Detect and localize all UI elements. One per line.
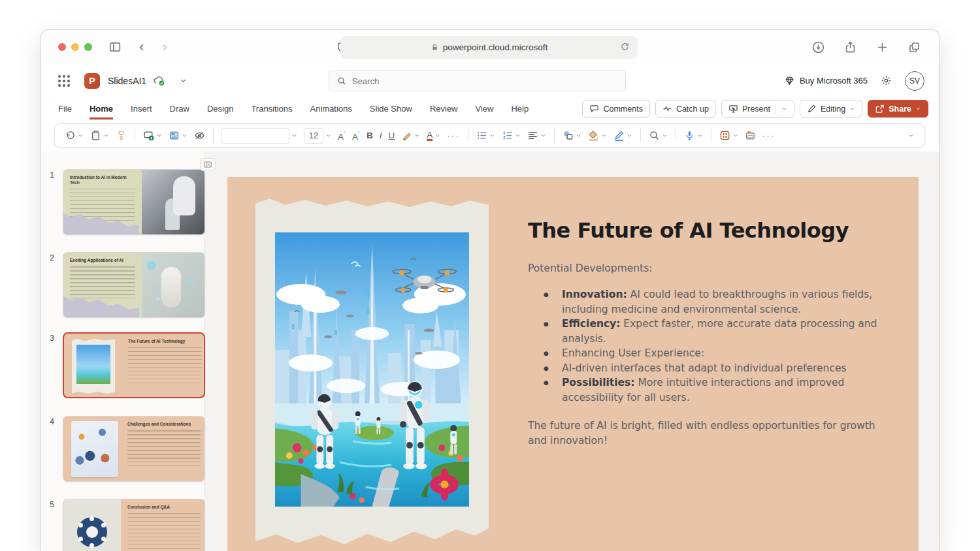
address-bar[interactable]: powerpoint.cloud.microsoft — [340, 36, 638, 59]
bullets-icon[interactable] — [474, 128, 498, 143]
slide-thumbnail-5[interactable]: Conclusion and Q&A — [63, 499, 205, 551]
slide-thumbnail-1[interactable]: Introduction to AI in Modern Tech — [63, 169, 205, 235]
zoom-window-button[interactable] — [84, 43, 92, 51]
highlighter-icon[interactable] — [399, 128, 423, 143]
bullet-item[interactable]: Enhancing User Experience: — [528, 346, 886, 361]
search-box[interactable] — [329, 71, 626, 91]
tab-overview-icon[interactable] — [908, 41, 921, 54]
search-input[interactable] — [352, 76, 600, 86]
tab-animations[interactable]: Animations — [310, 104, 352, 115]
designer-icon[interactable] — [717, 128, 741, 143]
sidebar-toggle-icon[interactable] — [109, 41, 121, 53]
ribbon-toolbar: 12AˆAˇBIUA······ — [54, 123, 924, 148]
fontcolor-icon[interactable]: A — [424, 129, 443, 143]
thumbnail-number: 3 — [41, 332, 63, 398]
slide-canvas[interactable]: The Future of AI Technology Potential De… — [227, 177, 919, 551]
bullet-item[interactable]: Efficiency: Expect faster, more accurate… — [528, 317, 886, 346]
settings-gear-icon[interactable] — [881, 75, 892, 86]
slide-title[interactable]: The Future of AI Technology — [528, 217, 886, 244]
pencil-icon — [807, 104, 817, 114]
powerpoint-logo[interactable]: P — [84, 73, 100, 89]
tab-transitions[interactable]: Transitions — [251, 104, 292, 115]
traffic-lights — [58, 43, 92, 51]
slide-thumbnail-4[interactable]: Challenges and Considerations — [63, 416, 205, 482]
slide-photo-illustration[interactable] — [275, 232, 469, 507]
comments-button[interactable]: Comments — [582, 100, 649, 118]
fill-icon[interactable] — [585, 128, 610, 143]
document-menu-chevron-icon[interactable] — [180, 77, 187, 84]
find-icon[interactable] — [646, 128, 670, 143]
bold-icon[interactable]: B — [364, 128, 376, 143]
bullet-item[interactable]: AI-driven interfaces that adapt to indiv… — [528, 361, 886, 376]
downloads-icon[interactable] — [812, 41, 825, 54]
bullet-item[interactable]: Innovation: AI could lead to breakthroug… — [528, 287, 886, 317]
fontsize[interactable]: 12 — [301, 126, 334, 146]
tab-view[interactable]: View — [476, 104, 494, 115]
slide-thumbnail-2[interactable]: Exciting Applications of AI — [63, 252, 205, 318]
more-icon[interactable]: ··· — [444, 128, 463, 143]
close-window-button[interactable] — [58, 43, 66, 51]
share-page-icon[interactable] — [844, 41, 857, 54]
slide-text-block[interactable]: The Future of AI Technology Potential De… — [528, 217, 886, 449]
layout-icon[interactable] — [166, 128, 190, 143]
tab-file[interactable]: File — [58, 104, 72, 115]
tab-review[interactable]: Review — [430, 104, 458, 115]
menu-tabs: FileHomeInsertDrawDesignTransitionsAnima… — [58, 104, 529, 115]
new-tab-icon[interactable] — [876, 41, 889, 54]
hideslide-icon[interactable] — [191, 128, 208, 143]
tab-slide-show[interactable]: Slide Show — [370, 104, 412, 115]
app-launcher-icon[interactable] — [58, 75, 70, 87]
thumbnail-title: Conclusion and Q&A — [127, 505, 201, 510]
bullet-item[interactable]: Possibilities: More intuitive interactio… — [528, 375, 886, 405]
thumbnail-row-5: 5Conclusion and Q&A — [41, 499, 205, 551]
a-down-icon[interactable]: Aˇ — [350, 127, 363, 144]
thumbnail-title: Challenges and Considerations — [127, 422, 201, 427]
a-up-icon[interactable]: Aˆ — [335, 127, 348, 144]
collapse-thumbnail-pane-button[interactable] — [200, 158, 216, 171]
catch-up-button[interactable]: Catch up — [655, 100, 716, 118]
present-chevron-icon — [781, 106, 787, 112]
align-icon[interactable] — [525, 128, 549, 143]
font-size-select: 12 — [304, 128, 323, 144]
underline-icon[interactable]: U — [386, 128, 398, 143]
share-chevron-icon — [915, 106, 921, 112]
painter-icon[interactable] — [113, 128, 129, 143]
cloud-saved-icon[interactable] — [153, 74, 165, 87]
slide-photo-frame[interactable] — [255, 197, 489, 548]
thumbnail-number: 2 — [41, 252, 63, 318]
tab-insert[interactable]: Insert — [131, 104, 152, 115]
newslide-icon[interactable] — [140, 128, 165, 143]
account-avatar[interactable]: SV — [905, 71, 924, 91]
clipboard-icon[interactable] — [88, 128, 112, 143]
fontname[interactable] — [219, 126, 300, 146]
numbering-icon[interactable] — [499, 128, 523, 143]
slide-closing[interactable]: The future of AI is bright, filled with … — [528, 418, 886, 449]
tab-home[interactable]: Home — [90, 104, 113, 119]
dictate-icon[interactable] — [681, 128, 706, 143]
undo-icon[interactable] — [62, 128, 86, 143]
buy-microsoft-365-button[interactable]: Buy Microsoft 365 — [784, 75, 868, 86]
document-title[interactable]: SlidesAI1 — [108, 76, 146, 86]
reload-icon[interactable] — [620, 42, 630, 52]
browser-window: ‹ › powerpoint.cloud.microsoft P SlidesA… — [41, 29, 939, 551]
tab-design[interactable]: Design — [207, 104, 233, 115]
tab-help[interactable]: Help — [511, 104, 529, 115]
minimize-window-button[interactable] — [71, 43, 79, 51]
pulse-icon — [662, 104, 672, 114]
search-icon — [337, 76, 346, 86]
slide-bullets[interactable]: Innovation: AI could lead to breakthroug… — [528, 287, 886, 405]
editing-mode-button[interactable]: Editing — [800, 100, 862, 118]
present-button[interactable]: Present — [721, 100, 794, 118]
more-icon[interactable]: ··· — [760, 128, 778, 143]
italic-icon[interactable]: I — [377, 128, 385, 143]
addins-icon[interactable] — [742, 128, 759, 143]
outline-icon[interactable] — [611, 128, 635, 143]
ribbon-collapse-chevron-icon[interactable] — [906, 131, 917, 140]
tab-draw[interactable]: Draw — [170, 104, 189, 115]
slide-thumbnail-3[interactable]: The Future of AI Technology — [63, 332, 205, 398]
forward-button[interactable]: › — [162, 39, 167, 55]
slide-intro[interactable]: Potential Developments: — [528, 262, 886, 274]
shapes-icon[interactable] — [560, 128, 584, 143]
back-button[interactable]: ‹ — [139, 39, 144, 55]
share-button[interactable]: Share — [868, 100, 928, 118]
